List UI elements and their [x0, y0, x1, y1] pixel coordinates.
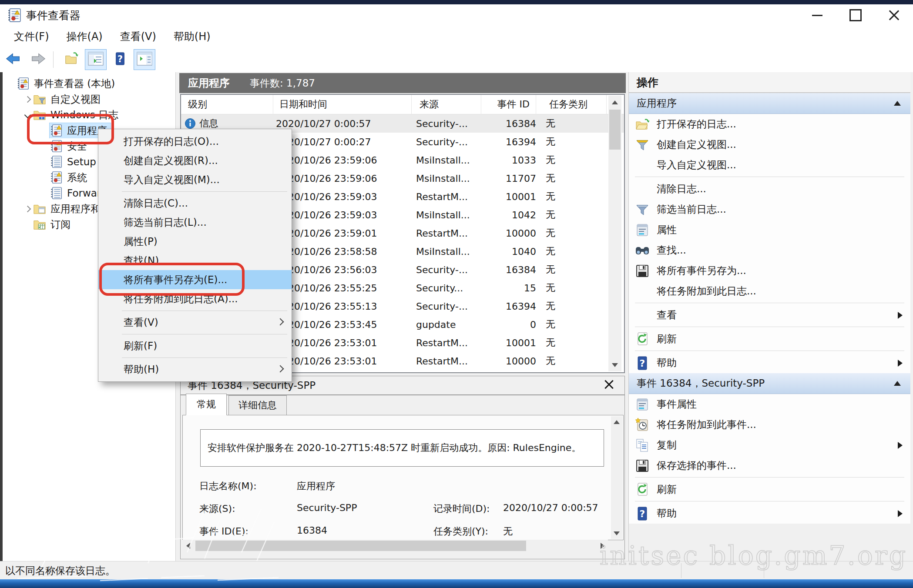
context-menu-item-打开保存的日志(O)...[interactable]: 打开保存的日志(O)...	[98, 132, 292, 151]
action-item-帮助[interactable]: ?帮助	[629, 503, 910, 524]
action-item-事件属性[interactable]: 事件属性	[629, 394, 910, 414]
context-menu-item-导入自定义视图(M)...[interactable]: 导入自定义视图(M)...	[98, 170, 292, 189]
copy-icon	[635, 438, 650, 453]
menubar-item[interactable]: 文件(F)	[10, 28, 53, 45]
event-date: 2020/10/26 23:53:45	[276, 315, 412, 334]
column-header-任务类别[interactable]: 任务类别	[542, 95, 607, 114]
action-item-刷新[interactable]: 刷新	[629, 329, 910, 349]
field-value: 2020/10/27 0:00:57	[503, 502, 598, 513]
collapse-arrow-icon[interactable]	[894, 101, 901, 106]
show-console-tree-button[interactable]	[85, 49, 107, 70]
log-context-menu: 打开保存的日志(O)...创建自定义视图(R)...导入自定义视图(M)...清…	[98, 129, 292, 382]
chevron-expanded-icon[interactable]	[22, 113, 33, 117]
show-console-tree-icon	[88, 52, 104, 67]
context-menu-item-属性(P)[interactable]: 属性(P)	[98, 232, 292, 251]
action-item-清除日志...[interactable]: 清除日志...	[629, 179, 910, 199]
log-summary-bar: 应用程序 事件数: 1,787	[179, 73, 626, 93]
action-item-保存选择的事件...[interactable]: 保存选择的事件...	[629, 455, 910, 476]
close-button[interactable]	[875, 4, 913, 26]
column-header-级别[interactable]: 级别	[181, 95, 273, 114]
scroll-left-icon[interactable]	[182, 540, 194, 552]
context-menu-item-查看(V)[interactable]: 查看(V)	[98, 313, 292, 332]
context-menu-item-筛选当前日志(L)...[interactable]: 筛选当前日志(L)...	[98, 213, 292, 232]
minimize-button[interactable]	[798, 4, 836, 26]
context-menu-item-label: 清除日志(C)...	[124, 197, 188, 210]
floppy-icon	[635, 264, 650, 278]
detail-close-icon[interactable]	[603, 378, 616, 391]
action-item-复制[interactable]: 复制	[629, 435, 910, 455]
actions-pane: 操作 应用程序打开保存的日志...创建自定义视图...导入自定义视图...清除日…	[628, 72, 910, 561]
action-item-将任务附加到此日志...[interactable]: 将任务附加到此日志...	[629, 281, 910, 301]
open-saved-log-button[interactable]	[60, 49, 82, 70]
action-item-将任务附加到此事件...[interactable]: 将任务附加到此事件...	[629, 414, 910, 435]
detail-tabs: 常规详细信息	[186, 396, 289, 415]
action-item-导入自定义视图...[interactable]: 导入自定义视图...	[629, 155, 910, 175]
action-item-打开保存的日志...[interactable]: 打开保存的日志...	[629, 114, 910, 134]
context-menu-item-帮助(H)[interactable]: 帮助(H)	[98, 360, 292, 379]
menubar-item[interactable]: 查看(V)	[117, 28, 160, 45]
collapse-arrow-icon[interactable]	[894, 381, 901, 386]
action-item-查看[interactable]: 查看	[629, 305, 910, 325]
context-menu-item-将任务附加到此日志(A)...[interactable]: 将任务附加到此日志(A)...	[98, 289, 292, 308]
field-value: 16384	[297, 525, 327, 536]
tab-常规[interactable]: 常规	[186, 394, 227, 415]
tree-item-label: 系统	[66, 170, 91, 185]
column-header-事件 ID[interactable]: 事件 ID	[463, 95, 536, 114]
forward-arrow-button[interactable]	[27, 49, 49, 70]
scroll-down-icon[interactable]	[611, 528, 622, 539]
context-menu-separator	[98, 189, 292, 194]
context-menu-item-清除日志(C)...[interactable]: 清除日志(C)...	[98, 194, 292, 213]
action-item-label: 查看	[657, 308, 677, 322]
scroll-down-icon[interactable]	[608, 358, 621, 371]
action-item-帮助[interactable]: ?帮助	[629, 353, 910, 373]
context-menu-item-查找(N)...[interactable]: 查找(N)...	[98, 251, 292, 270]
action-item-label: 打开保存的日志...	[657, 117, 736, 131]
tree-item-自定义视图[interactable]: 自定义视图	[22, 91, 175, 107]
chevron-collapsed-icon[interactable]	[22, 97, 33, 102]
scroll-up-icon[interactable]	[611, 416, 622, 428]
scroll-up-icon[interactable]	[608, 96, 621, 109]
detail-vertical-scrollbar[interactable]	[611, 416, 622, 539]
show-action-pane-button[interactable]	[134, 49, 155, 70]
events-vertical-scrollbar[interactable]	[608, 96, 621, 371]
tree-item-事件查看器 (本地)[interactable]: 事件查看器 (本地)	[5, 76, 175, 91]
column-header-日期和时间[interactable]: 日期和时间	[272, 95, 412, 114]
event-date: 2020/10/26 23:59:03	[276, 187, 412, 206]
detail-horizontal-scrollbar[interactable]	[182, 540, 608, 552]
context-menu-item-将所有事件另存为(E)...[interactable]: 将所有事件另存为(E)...	[98, 270, 292, 289]
tab-详细信息[interactable]: 详细信息	[228, 395, 287, 415]
menubar-item[interactable]: 操作(A)	[63, 28, 106, 45]
event-date: 2020/10/27 0:00:27	[276, 133, 412, 151]
maximize-button[interactable]	[836, 4, 875, 26]
actions-section-header[interactable]: 应用程序	[629, 93, 910, 114]
action-item-label: 将任务附加到此日志...	[657, 284, 756, 298]
event-category: 无	[546, 297, 607, 315]
tree-item-content: Setup	[50, 155, 100, 168]
action-item-刷新[interactable]: 刷新	[629, 479, 910, 500]
actions-separator	[629, 301, 910, 305]
action-item-查找...[interactable]: 查找...	[629, 240, 910, 261]
action-item-属性[interactable]: 属性	[629, 220, 910, 240]
action-item-label: 刷新	[657, 483, 677, 496]
chevron-collapsed-icon[interactable]	[22, 207, 33, 211]
action-item-创建自定义视图...[interactable]: 创建自定义视图...	[629, 134, 910, 155]
menubar-item[interactable]: 帮助(H)	[170, 28, 214, 45]
event-level: 信息	[199, 117, 218, 130]
folder-windows-icon	[33, 108, 46, 121]
tree-item-Windows 日志[interactable]: Windows 日志	[22, 107, 175, 123]
scroll-right-icon[interactable]	[597, 540, 608, 552]
help-button[interactable]: ?	[109, 49, 131, 70]
submenu-chevron-icon	[277, 318, 284, 326]
help-icon: ?	[112, 52, 128, 67]
action-item-将所有事件另存为...[interactable]: 将所有事件另存为...	[629, 261, 910, 281]
svg-text:?: ?	[640, 358, 645, 369]
actions-section-header[interactable]: 事件 16384，Security-SPP	[629, 373, 910, 394]
toolbar-separator	[53, 51, 54, 68]
events-scroll-thumb[interactable]	[609, 110, 621, 150]
action-item-筛选当前日志...[interactable]: 筛选当前日志...	[629, 199, 910, 220]
detail-hscroll-thumb[interactable]	[195, 541, 526, 551]
back-arrow-button[interactable]	[3, 49, 24, 70]
context-menu-item-创建自定义视图(R)...[interactable]: 创建自定义视图(R)...	[98, 151, 292, 170]
event-id: 16384	[467, 114, 536, 133]
context-menu-item-刷新(F)[interactable]: 刷新(F)	[98, 336, 292, 355]
